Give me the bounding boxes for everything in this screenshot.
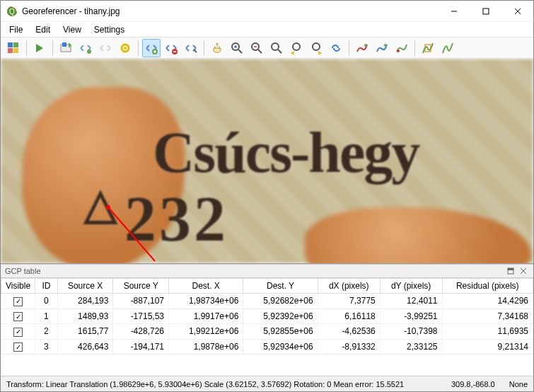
table-row[interactable]: ✓11489,93-1715,531,9917e+065,92392e+066,…	[1, 309, 533, 324]
col-destx[interactable]: Dest. X	[169, 279, 243, 294]
local-hist-button[interactable]	[419, 39, 437, 57]
gcp-vector-line	[1, 59, 533, 264]
table-row[interactable]: ✓3426,643-194,1711,9878e+065,92934e+06-8…	[1, 339, 533, 354]
cell-dy[interactable]: -10,7398	[380, 324, 442, 340]
cell-residual[interactable]: 9,21314	[442, 339, 533, 354]
menu-file[interactable]: File	[4, 23, 28, 36]
svg-point-26	[364, 44, 367, 47]
checkbox-icon[interactable]: ✓	[13, 328, 23, 337]
cell-srcy[interactable]: -1715,53	[113, 309, 169, 324]
close-button[interactable]	[501, 1, 533, 21]
cell-dx[interactable]: -4,62536	[318, 324, 380, 340]
cell-id[interactable]: 1	[35, 309, 58, 324]
cell-dx[interactable]: -8,91332	[318, 339, 380, 354]
full-hist-button[interactable]	[439, 39, 457, 57]
link-qgis2-button[interactable]	[373, 39, 391, 57]
link-qgis-button[interactable]	[353, 39, 371, 57]
zoom-next-button[interactable]	[307, 39, 325, 57]
menu-settings[interactable]: Settings	[88, 23, 130, 36]
col-residual[interactable]: Residual (pixels)	[442, 279, 533, 294]
cell-id[interactable]: 3	[35, 339, 58, 354]
col-dx[interactable]: dX (pixels)	[318, 279, 380, 294]
col-visible[interactable]: Visible	[1, 279, 35, 294]
cell-destx[interactable]: 1,9878e+06	[169, 339, 243, 354]
map-canvas[interactable]: Csúcs-hegy △ 232	[1, 59, 533, 264]
svg-point-28	[397, 50, 400, 52]
zoom-out-button[interactable]	[248, 39, 266, 57]
col-id[interactable]: ID	[35, 279, 58, 294]
cell-id[interactable]: 2	[35, 324, 58, 340]
cell-dy[interactable]: 12,4011	[380, 294, 442, 309]
zoom-in-button[interactable]	[228, 39, 246, 57]
col-dy[interactable]: dY (pixels)	[380, 279, 442, 294]
move-point-button[interactable]	[182, 39, 200, 57]
svg-rect-33	[508, 268, 513, 270]
delete-point-button[interactable]	[162, 39, 180, 57]
settings-gear-button[interactable]	[116, 39, 134, 57]
cell-desty[interactable]: 5,92934e+06	[243, 339, 318, 354]
cell-desty[interactable]: 5,92392e+06	[243, 309, 318, 324]
cell-residual[interactable]: 14,4296	[442, 294, 533, 309]
cell-destx[interactable]: 1,9917e+06	[169, 309, 243, 324]
cell-dy[interactable]: -3,99251	[380, 309, 442, 324]
table-row[interactable]: ✓0284,193-887,1071,98734e+065,92682e+067…	[1, 294, 533, 309]
menu-edit[interactable]: Edit	[30, 23, 56, 36]
cell-desty[interactable]: 5,92855e+06	[243, 324, 318, 340]
col-desty[interactable]: Dest. Y	[243, 279, 318, 294]
window-title: Georeferencer - tihany.jpg	[22, 6, 438, 16]
checkbox-icon[interactable]: ✓	[13, 342, 23, 352]
link-qgis3-button[interactable]	[393, 39, 411, 57]
svg-point-24	[293, 43, 300, 50]
menu-view[interactable]: View	[57, 23, 87, 36]
link-georef-button[interactable]	[327, 39, 345, 57]
app-icon: Q	[6, 6, 18, 17]
col-srcy[interactable]: Source Y	[113, 279, 169, 294]
cell-desty[interactable]: 5,92682e+06	[243, 294, 318, 309]
dock-icon[interactable]	[505, 265, 516, 277]
save-gcp-button[interactable]	[57, 39, 75, 57]
cell-residual[interactable]: 11,6935	[442, 324, 533, 340]
cell-visible[interactable]: ✓	[1, 339, 35, 354]
zoom-layer-button[interactable]	[267, 39, 286, 57]
cell-destx[interactable]: 1,98734e+06	[169, 294, 243, 309]
cell-srcx[interactable]: 284,193	[57, 294, 113, 309]
menu-bar: File Edit View Settings	[1, 22, 533, 38]
add-point-button[interactable]	[142, 39, 161, 57]
cell-srcx[interactable]: 1615,77	[57, 324, 113, 340]
status-transform: Transform: Linear Translation (1.98629e+…	[6, 380, 404, 388]
cell-residual[interactable]: 7,34168	[442, 309, 533, 324]
title-bar: Q Georeferencer - tihany.jpg	[1, 1, 533, 22]
cell-srcy[interactable]: -194,171	[113, 339, 169, 354]
run-button[interactable]	[30, 39, 49, 57]
toolbar	[1, 38, 533, 59]
cell-dx[interactable]: 6,16118	[318, 309, 380, 324]
load-gcp-button[interactable]	[96, 39, 115, 57]
cell-visible[interactable]: ✓	[1, 294, 35, 309]
pan-button[interactable]	[208, 39, 226, 57]
status-extra: None	[509, 380, 528, 388]
open-raster-button[interactable]	[4, 39, 23, 57]
cell-id[interactable]: 0	[35, 294, 58, 309]
checkbox-icon[interactable]: ✓	[13, 312, 23, 321]
close-panel-icon[interactable]	[518, 265, 529, 277]
cell-visible[interactable]: ✓	[1, 309, 35, 324]
cell-dx[interactable]: 7,3775	[318, 294, 380, 309]
minimize-button[interactable]	[438, 1, 470, 21]
maximize-button[interactable]	[470, 1, 501, 21]
cell-destx[interactable]: 1,99212e+06	[169, 324, 243, 340]
generate-script-button[interactable]	[76, 39, 95, 57]
col-srcx[interactable]: Source X	[57, 279, 113, 294]
gcp-table-container[interactable]: Visible ID Source X Source Y Dest. X Des…	[1, 278, 533, 376]
cell-srcx[interactable]: 1489,93	[57, 309, 113, 324]
cell-srcx[interactable]: 426,643	[57, 339, 113, 354]
table-header-row: Visible ID Source X Source Y Dest. X Des…	[1, 279, 533, 294]
cell-dy[interactable]: 2,33125	[380, 339, 442, 354]
zoom-last-button[interactable]	[287, 39, 306, 57]
svg-text:Q: Q	[9, 8, 15, 16]
cell-srcy[interactable]: -887,107	[113, 294, 169, 309]
cell-srcy[interactable]: -428,726	[113, 324, 169, 340]
checkbox-icon[interactable]: ✓	[13, 297, 23, 306]
cell-visible[interactable]: ✓	[1, 324, 35, 340]
svg-rect-8	[8, 48, 13, 53]
table-row[interactable]: ✓21615,77-428,7261,99212e+065,92855e+06-…	[1, 324, 533, 340]
